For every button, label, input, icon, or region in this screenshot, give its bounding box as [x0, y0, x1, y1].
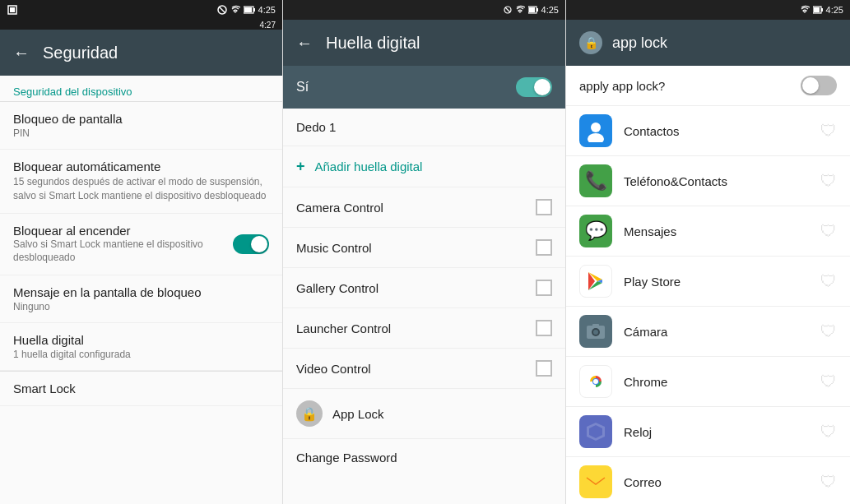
app-icon-chrome: [579, 365, 612, 398]
app-lock-item[interactable]: 🔒 App Lock: [283, 389, 565, 439]
panel2-title: Huella digital: [326, 34, 420, 53]
app-item-correo[interactable]: Correo 🛡: [566, 457, 850, 504]
add-finger-label: Añadir huella digital: [315, 160, 423, 173]
app-list: Contactos 🛡 📞 Teléfono&Contacts 🛡 💬 Mens…: [566, 106, 850, 504]
launcher-control-item[interactable]: Launcher Control: [283, 308, 565, 349]
app-icon-contactos: [579, 114, 612, 147]
launcher-control-checkbox[interactable]: [536, 320, 552, 336]
shield-telefono: 🛡: [820, 172, 837, 191]
svg-rect-5: [253, 8, 255, 12]
block-icon-2: [504, 6, 512, 14]
setting-sub-bloqueo: PIN: [13, 127, 269, 139]
contactos-svg: [584, 119, 607, 142]
panel3-title: app lock: [612, 35, 667, 52]
svg-point-16: [588, 133, 604, 142]
screenshot-icon: [7, 4, 18, 16]
setting-smart-lock[interactable]: Smart Lock: [0, 372, 282, 406]
back-button-2[interactable]: ←: [296, 34, 313, 53]
back-button-1[interactable]: ←: [13, 44, 30, 62]
wifi-icon-3: [800, 5, 810, 15]
app-name-chrome: Chrome: [624, 375, 809, 389]
apply-bar[interactable]: apply app lock?: [566, 66, 850, 106]
app-item-playstore[interactable]: Play Store 🛡: [566, 257, 850, 307]
app-icon-camara: [579, 315, 612, 348]
add-icon: +: [296, 158, 305, 175]
music-control-checkbox[interactable]: [536, 239, 552, 256]
setting-bloqueo-pantalla[interactable]: Bloqueo de pantalla PIN: [0, 102, 282, 150]
status-icons-left: [7, 4, 18, 16]
playstore-svg: [584, 270, 607, 293]
panel2-header: ← Huella digital: [283, 20, 565, 66]
app-item-reloj[interactable]: Reloj 🛡: [566, 407, 850, 457]
shield-playstore: 🛡: [820, 272, 837, 291]
app-icon-telefono: 📞: [579, 164, 612, 197]
app-name-mensajes: Mensajes: [624, 224, 809, 238]
panel-huella: 4:25 ← Huella digital Sí Dedo 1 + Añadir…: [283, 0, 566, 504]
status-bar-extra: 4:27: [0, 20, 282, 30]
change-password-item[interactable]: Change Password: [283, 439, 565, 476]
camera-control-label: Camera Control: [296, 201, 383, 215]
setting-title-bloqueo: Bloqueo de pantalla: [13, 112, 269, 126]
app-item-mensajes[interactable]: 💬 Mensajes 🛡: [566, 206, 850, 257]
status-bar-1: 4:25: [0, 0, 282, 20]
status-time-p3: 4:25: [826, 5, 843, 15]
setting-sub-encender: Salvo si Smart Lock mantiene el disposit…: [13, 238, 225, 266]
gallery-control-checkbox[interactable]: [536, 280, 552, 296]
svg-rect-31: [587, 476, 605, 489]
camera-control-checkbox[interactable]: [536, 199, 552, 215]
app-icon-correo: [579, 465, 612, 498]
setting-bloquear-encender[interactable]: Bloquear al encender Salvo si Smart Lock…: [0, 214, 282, 276]
camara-svg: [584, 320, 607, 343]
add-finger-button[interactable]: + Añadir huella digital: [283, 146, 565, 187]
video-control-item[interactable]: Video Control: [283, 349, 565, 389]
panel-seguridad: 4:25 4:27 ← Seguridad Seguridad del disp…: [0, 0, 283, 504]
lock-icon-circle: 🔒: [296, 400, 323, 427]
video-control-checkbox[interactable]: [536, 360, 552, 377]
setting-huella[interactable]: Huella digital 1 huella digital configur…: [0, 323, 282, 371]
app-lock-label: App Lock: [332, 407, 384, 421]
setting-bloquear-auto[interactable]: Bloquear automáticamente 15 segundos des…: [0, 150, 282, 214]
status-time-2: 4:27: [260, 21, 276, 30]
svg-rect-10: [536, 8, 538, 12]
setting-title-mensaje: Mensaje en la pantalla de bloqueo: [13, 285, 269, 299]
shield-reloj: 🛡: [820, 423, 837, 442]
wifi-icon: [230, 5, 240, 15]
svg-rect-13: [821, 8, 823, 12]
gallery-control-item[interactable]: Gallery Control: [283, 268, 565, 308]
app-name-contactos: Contactos: [624, 124, 809, 138]
si-toggle-bar[interactable]: Sí: [283, 66, 565, 109]
mensajes-icon-char: 💬: [585, 220, 607, 242]
setting-bloquear-encender-text: Bloquear al encender Salvo si Smart Lock…: [13, 224, 231, 266]
setting-sub-auto: 15 segundos después de activar el modo d…: [13, 175, 269, 203]
battery-icon-3: [813, 6, 823, 14]
setting-title-encender: Bloquear al encender: [13, 224, 225, 238]
app-icon-playstore: [579, 265, 612, 298]
toggle-si[interactable]: [516, 77, 552, 97]
app-item-contactos[interactable]: Contactos 🛡: [566, 106, 850, 156]
app-name-telefono: Teléfono&Contacts: [624, 174, 809, 188]
setting-sub-huella: 1 huella digital configurada: [13, 349, 269, 360]
status-bar-3: 4:25: [566, 0, 850, 20]
reloj-svg: [584, 420, 607, 443]
setting-mensaje-pantalla[interactable]: Mensaje en la pantalla de bloqueo Ningun…: [0, 275, 282, 323]
music-control-item[interactable]: Music Control: [283, 228, 565, 268]
app-item-chrome[interactable]: Chrome 🛡: [566, 357, 850, 407]
status-right: 4:25: [217, 5, 276, 15]
app-item-telefono[interactable]: 📞 Teléfono&Contacts 🛡: [566, 156, 850, 206]
battery-icon: [244, 5, 255, 15]
panel1-header: ← Seguridad: [0, 30, 282, 76]
svg-line-8: [505, 7, 510, 12]
panel3-header: 🔒 app lock: [566, 20, 850, 66]
chrome-svg: [584, 370, 607, 393]
shield-camara: 🛡: [820, 322, 837, 341]
panel-applock: 4:25 🔒 app lock apply app lock? Contacto…: [566, 0, 850, 504]
si-label: Sí: [296, 80, 309, 95]
app-name-correo: Correo: [624, 475, 809, 489]
svg-point-28: [593, 379, 598, 384]
finger-item-1[interactable]: Dedo 1: [283, 109, 565, 146]
toggle-apply[interactable]: [801, 76, 837, 95]
status-time-p2: 4:25: [541, 5, 559, 15]
toggle-bloquear-encender[interactable]: [233, 234, 269, 254]
app-item-camara[interactable]: Cámara 🛡: [566, 307, 850, 357]
camera-control-item[interactable]: Camera Control: [283, 187, 565, 228]
